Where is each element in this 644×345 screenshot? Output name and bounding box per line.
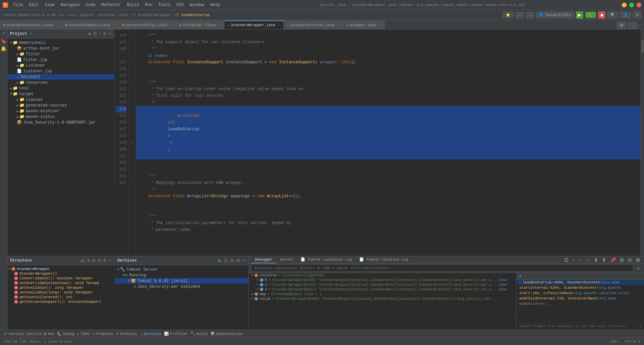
tab-standard-context-class[interactable]: ■ StandardContext.class ×: [0, 20, 62, 29]
debug-var-child[interactable]: ≡ child = {StandardWrapper@3380} "Standa…: [249, 296, 516, 301]
fold-marker[interactable]: ◆: [131, 60, 133, 64]
tree-item-classes[interactable]: ▶ 📁 classes: [7, 97, 114, 102]
menu-help[interactable]: Help: [208, 2, 223, 8]
struct-constructor-item[interactable]: m StandardWrapper(): [7, 271, 114, 276]
dependencies-strip-item[interactable]: 📦 Dependencies: [210, 332, 243, 336]
debug-var-0[interactable]: ≡ 0 = {StandardWrapper@3380} "StandardEn…: [249, 278, 516, 282]
services-add-btn[interactable]: +: [242, 258, 246, 264]
struct-method-getavailable[interactable]: m getAvailable(): long †Wrapper: [7, 285, 114, 290]
tab-context-config-class[interactable]: ■ ContextConfig.class ×: [119, 20, 176, 29]
menu-code[interactable]: Code: [83, 2, 98, 8]
tree-item-generated[interactable]: ▶ 📁 generated-sources: [7, 102, 114, 108]
profile-btn[interactable]: 👤: [620, 12, 631, 18]
menu-navigate[interactable]: Navigate: [58, 2, 83, 8]
frame-start-internal[interactable]: startInternal:5264, StandardContext (org…: [517, 285, 644, 290]
debug-var-2[interactable]: ≡ 2 = {StandardWrapper@3611} "StandardEn…: [249, 287, 516, 292]
menu-refactor[interactable]: Refactor: [99, 2, 124, 8]
debug-restore-btn[interactable]: ☰: [563, 257, 570, 263]
debug-table-btn[interactable]: ⊞: [619, 257, 625, 263]
settings-btn[interactable]: ⚙: [633, 12, 641, 18]
view-link[interactable]: View: [499, 283, 507, 287]
notifications-btn[interactable]: 🔔: [1, 46, 7, 52]
struct-method-getinstancesupport[interactable]: m getInstanceSupport(): InstanceSupport: [7, 299, 114, 304]
back-btn[interactable]: ←: [516, 12, 524, 18]
debug-import-btn[interactable]: ⬇: [593, 257, 599, 263]
tree-item-resources[interactable]: ▶ 📁 resources: [7, 80, 114, 85]
fold-marker[interactable]: ▶: [131, 174, 133, 178]
collapse-struct-btn[interactable]: ⊟: [97, 258, 102, 264]
run-config-selector[interactable]: 🔵 Tomcat 9.0.62 ▾: [536, 12, 574, 18]
maximize-button[interactable]: □: [629, 3, 634, 7]
debug-export-btn[interactable]: ⬆: [601, 257, 607, 263]
debug-up-btn[interactable]: ↑: [571, 257, 576, 263]
frame-load-on-startup[interactable]: → loadOnStartup:4950, StandardContext (o…: [517, 280, 644, 285]
menu-file[interactable]: File: [11, 2, 26, 8]
debug-var-map[interactable]: ▶ map = {TreeMap@3364} size = 1: [249, 292, 516, 296]
frame-add-children[interactable]: addChildren: ...: [517, 301, 644, 306]
bookmarks-tool-btn[interactable]: 🔖: [1, 38, 7, 44]
filter-struct-btn[interactable]: ⚙: [102, 258, 107, 264]
terminal-strip-item[interactable]: ⌘ Terminal: [116, 332, 137, 336]
problems-strip-item[interactable]: ⚠ Problems: [92, 332, 113, 336]
tab-debugger[interactable]: Debugger: [252, 257, 276, 263]
menu-tools[interactable]: Tools: [156, 2, 173, 8]
fold-marker[interactable]: ▶: [131, 141, 133, 145]
tree-item-filter[interactable]: ▶ 📁 filter: [7, 51, 114, 57]
editor-scrollbar[interactable]: [641, 29, 644, 256]
fold-marker[interactable]: ▶: [131, 33, 133, 38]
fold-marker[interactable]: ▶: [131, 80, 133, 84]
close-tab-icon[interactable]: ×: [337, 23, 339, 27]
tab-standard-wrapper-java[interactable]: ☕ StandardWrapper.java ×: [224, 20, 284, 29]
minimize-button[interactable]: −: [622, 3, 627, 7]
tree-item-listener[interactable]: ▶ 📁 Listener: [7, 63, 114, 68]
view-link[interactable]: View: [499, 278, 507, 282]
struct-method-setoverridable[interactable]: m setOverridable(boolean): void †Wrapp: [7, 281, 114, 285]
todo-strip-item[interactable]: ☑ TODO: [77, 332, 89, 336]
services-tree-item-tomcat-server[interactable]: ▼ 🔧 Tomcat Server: [115, 267, 249, 272]
charset[interactable]: UTF-8 ♦: [625, 340, 640, 344]
tree-item-target[interactable]: ▼ 📁 target: [7, 91, 114, 97]
menu-window[interactable]: Window: [187, 2, 207, 8]
profiler-strip-item[interactable]: 📊 Profiler: [164, 332, 188, 336]
project-tool-btn[interactable]: P: [1, 31, 7, 37]
debug-down-btn[interactable]: ↓: [578, 257, 583, 263]
tab-standard-context-java[interactable]: ☕ StandardContext.java ×: [284, 20, 343, 29]
tree-item-listener-jsp[interactable]: 📄 listener.jsp: [7, 68, 114, 74]
tree-item-filter-jsp[interactable]: 📄 filter.jsp: [7, 57, 114, 63]
settings-gear-icon[interactable]: ⚙: [102, 31, 107, 37]
close-struct-btn[interactable]: ×: [108, 258, 112, 264]
breadcrumb-method[interactable]: ⬡ loadOnStartup: [175, 13, 210, 17]
frame-start[interactable]: start:183, LifecycleBase (org.apache.cat…: [517, 290, 644, 296]
build-strip-item[interactable]: 🔨 Build: [191, 332, 208, 336]
debug-button[interactable]: 🐛: [585, 12, 596, 18]
tree-item-security-jar[interactable]: 📦 Java_Security-1.0-SNAPSHOT.jar: [7, 120, 114, 125]
debug-frames-btn[interactable]: ↓↑: [584, 257, 591, 263]
tab-tomcat-catalina-log[interactable]: 📄 Tomcat Catalina Log: [356, 256, 412, 263]
breadcrumb-jar[interactable]: tomcat-embed-core-8.0.28.jar: [3, 13, 65, 17]
close-tab-icon[interactable]: ×: [379, 23, 381, 27]
struct-method-setavailable[interactable]: m setAvailable(long): void †Wrapper: [7, 290, 114, 295]
run-button[interactable]: ▶: [576, 11, 583, 19]
close-tab-icon[interactable]: ×: [170, 23, 172, 27]
debug-var-1[interactable]: ≡ 1 = {StandardWrapper@3610} "StandardEn…: [249, 282, 516, 287]
services-tree-item-tomcat-local[interactable]: ▼ 🐱 Tomcat 9.0.62 [local]: [115, 278, 249, 284]
close-tab-icon[interactable]: ×: [278, 23, 280, 27]
debug-expand-btn[interactable]: ⊠: [635, 257, 641, 263]
struct-method-isoverridable[interactable]: m isOverridable(): boolean †Wrapper: [7, 276, 114, 281]
stop-button[interactable]: ⏹: [598, 11, 605, 19]
tab-wrapper-java[interactable]: ◆ Wrapper.java ×: [343, 20, 385, 29]
debug-pin-btn[interactable]: 📌: [609, 257, 617, 263]
tree-item-memoryshell[interactable]: ▼ 📁 memoryshell: [7, 40, 114, 46]
forward-btn[interactable]: →: [526, 12, 534, 18]
services-tree-item-running[interactable]: ▼ ▶ Running: [115, 272, 249, 278]
close-tab-icon[interactable]: ×: [113, 23, 115, 27]
eval-input[interactable]: [252, 265, 633, 272]
tree-item-servlet1[interactable]: ☕ Servlet1: [7, 74, 114, 80]
tab-server[interactable]: Server: [277, 257, 297, 263]
more-tabs-btn[interactable]: ⋮: [628, 22, 637, 29]
struct-method-getcountallocated[interactable]: m getCountAllocated(): int: [7, 295, 114, 299]
bookmark-btn[interactable]: ⭐: [503, 12, 514, 18]
frame-add-child-internal[interactable]: addChildInternal:726, ContainerBase (org…: [517, 296, 644, 301]
services-strip-item[interactable]: ☁ Services: [140, 332, 161, 336]
project-dropdown[interactable]: ▾: [30, 32, 32, 36]
